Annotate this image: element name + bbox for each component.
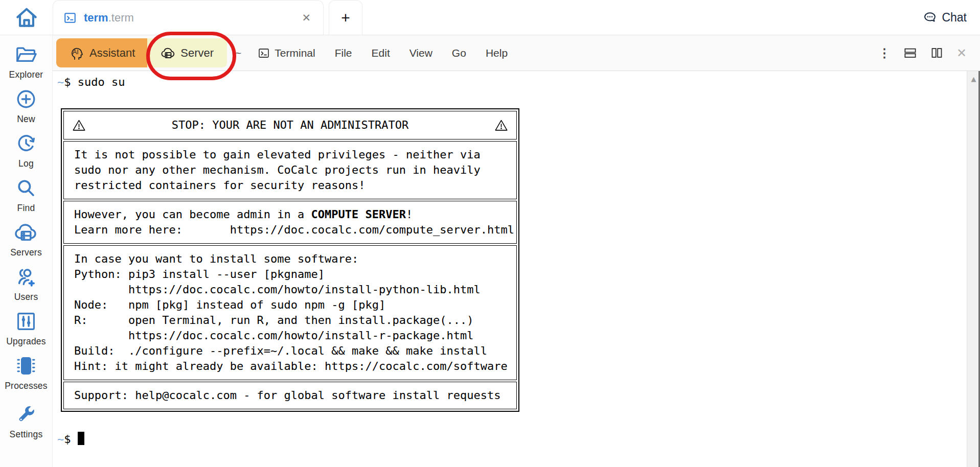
cloud-server-icon: [14, 220, 38, 245]
current-directory-label: ~: [235, 47, 241, 59]
server-button[interactable]: Server: [147, 38, 227, 67]
sidebar-item-log[interactable]: Log: [0, 131, 52, 176]
banner-compute-server-section: However, you can become admin in a COMPU…: [63, 201, 517, 244]
wrench-icon: [16, 402, 36, 427]
sidebar-item-label: Find: [17, 203, 35, 214]
warning-triangle-icon: [494, 119, 508, 132]
menu-help[interactable]: Help: [486, 47, 508, 59]
server-label: Server: [180, 46, 214, 60]
folder-open-icon: [14, 42, 38, 67]
sidebar-item-new[interactable]: New: [0, 87, 52, 131]
chat-button[interactable]: Chat: [923, 0, 967, 35]
new-tab-button[interactable]: +: [329, 0, 362, 35]
sidebar-item-label: Upgrades: [6, 336, 45, 347]
sidebar-item-label: Settings: [10, 429, 43, 440]
cloud-server-icon: [161, 45, 176, 61]
sidebar-item-label: New: [17, 114, 35, 125]
sidebar-item-find[interactable]: Find: [0, 176, 52, 220]
banner-title: STOP: YOUR ARE NOT AN ADMINISTRATOR: [172, 118, 409, 133]
menu-go[interactable]: Go: [452, 47, 466, 59]
admin-warning-banner: STOP: YOUR ARE NOT AN ADMINISTRATOR It i…: [61, 108, 519, 412]
sidebar-item-explorer[interactable]: Explorer: [0, 42, 52, 87]
sidebar-item-servers[interactable]: Servers: [0, 220, 52, 265]
sidebar-item-label: Explorer: [9, 69, 43, 80]
search-icon: [15, 176, 37, 200]
sidebar-item-users[interactable]: Users: [0, 265, 52, 309]
sidebar-item-upgrades[interactable]: Upgrades: [0, 309, 52, 354]
file-tab-term[interactable]: term.term ✕: [53, 0, 324, 35]
sidebar-item-label: Servers: [10, 247, 42, 258]
terminal-prompt-line[interactable]: ~$: [57, 431, 980, 447]
menu-edit[interactable]: Edit: [372, 47, 390, 59]
ai-head-icon: AI: [69, 45, 85, 61]
frame-toolbar: AI Assistant Server: [53, 35, 980, 71]
banner-support-section: Support: help@cocalc.com - for global so…: [63, 382, 517, 409]
sidebar: Explorer New Log: [0, 35, 53, 467]
sidebar-item-processes[interactable]: Processes: [0, 354, 52, 398]
assistant-button[interactable]: AI Assistant: [56, 38, 147, 67]
terminal-content[interactable]: ~$ sudo su STOP: YOUR ARE NOT AN ADMINIS…: [53, 71, 980, 447]
chat-label: Chat: [942, 11, 967, 25]
sidebar-item-label: Log: [18, 158, 34, 169]
microchip-icon: [13, 354, 39, 378]
tab-close-icon[interactable]: ✕: [300, 10, 313, 26]
banner-title-section: STOP: YOUR ARE NOT AN ADMINISTRATOR: [63, 111, 517, 139]
warning-triangle-icon: [72, 119, 86, 132]
menu-view[interactable]: View: [409, 47, 432, 59]
frame-close-icon[interactable]: ✕: [956, 46, 967, 60]
clock-history-icon: [15, 131, 37, 156]
terminal-cursor: [78, 432, 84, 445]
terminal-scrollbar[interactable]: ▲: [967, 71, 980, 467]
menu-file[interactable]: File: [335, 47, 352, 59]
banner-privileges-section: It is not possible to gain elevated priv…: [63, 141, 517, 199]
sidebar-item-label: Users: [14, 292, 38, 302]
split-horizontal-icon[interactable]: [903, 46, 917, 60]
sidebar-item-settings[interactable]: Settings: [0, 402, 52, 447]
terminal-command-line: ~$ sudo su: [57, 74, 980, 90]
home-button[interactable]: [0, 0, 53, 35]
sidebar-item-label: Processes: [5, 381, 48, 391]
command-text: sudo su: [78, 76, 125, 88]
top-header: term.term ✕ + Chat: [0, 0, 980, 35]
terminal-panel[interactable]: ~$ sudo su STOP: YOUR ARE NOT AN ADMINIS…: [53, 71, 980, 467]
users-add-icon: [14, 265, 38, 289]
sliders-icon: [15, 309, 37, 334]
terminal-icon: [258, 47, 270, 59]
menu-terminal[interactable]: Terminal: [258, 47, 315, 59]
assistant-label: Assistant: [89, 46, 135, 60]
compute-server-highlight: COMPUTE SERVER: [311, 208, 406, 221]
banner-install-section: In case you want to install some softwar…: [63, 245, 517, 380]
home-icon: [14, 5, 39, 30]
chat-bubble-icon: [923, 10, 937, 25]
plus-circle-icon: [15, 87, 37, 111]
tab-title: term.term: [84, 11, 134, 25]
split-vertical-icon[interactable]: [930, 46, 944, 60]
kebab-menu-icon[interactable]: ⋮: [878, 46, 891, 60]
terminal-file-icon: [63, 11, 77, 25]
